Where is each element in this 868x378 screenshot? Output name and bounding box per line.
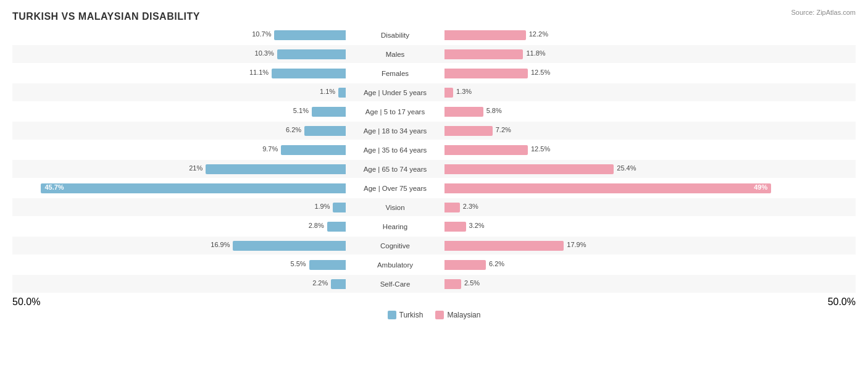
legend-label-malaysian: Malaysian	[447, 311, 480, 319]
val-left: 11.1%	[249, 69, 272, 76]
val-right: 5.8%	[483, 107, 502, 114]
bar-pink: 2.3%	[444, 203, 460, 212]
bar-pink: 1.3%	[444, 88, 453, 98]
bar-blue: 11.1%	[272, 69, 346, 78]
bar-row: 5.5%Ambulatory6.2%	[12, 256, 856, 274]
bar-row: 16.9%Cognitive17.9%	[12, 237, 856, 254]
val-right: 2.3%	[460, 203, 478, 210]
legend: Turkish Malaysian	[12, 311, 856, 319]
bar-blue: 1.1%	[338, 88, 346, 98]
val-right: 7.2%	[493, 126, 511, 133]
bar-row: 1.9%Vision2.3%	[12, 198, 856, 216]
bar-row: 10.3%Males11.8%	[12, 45, 856, 63]
bar-blue: 9.7%	[281, 145, 346, 155]
chart-area: 10.7%Disability12.2%10.3%Males11.8%11.1%…	[12, 26, 856, 293]
legend-label-turkish: Turkish	[399, 311, 424, 319]
bar-pink: 2.5%	[444, 279, 461, 289]
bar-label: Age | 5 to 17 years	[346, 108, 444, 116]
bar-label: Age | Over 75 years	[346, 185, 444, 192]
val-left: 16.9%	[211, 241, 233, 248]
val-left: 5.5%	[291, 260, 309, 267]
val-right: 6.2%	[486, 260, 504, 267]
val-left: 2.8%	[309, 222, 327, 229]
legend-item-malaysian: Malaysian	[435, 311, 480, 319]
bar-blue: 45.7%	[41, 183, 346, 193]
val-right: 1.3%	[453, 88, 472, 95]
bar-blue: 5.5%	[309, 260, 346, 270]
bar-row: 6.2%Age | 18 to 34 years7.2%	[12, 122, 856, 140]
bar-pink: 3.2%	[444, 222, 466, 232]
bar-row: 2.8%Hearing3.2%	[12, 217, 856, 235]
bar-pink: 12.2%	[444, 30, 526, 40]
bar-blue: 1.9%	[333, 203, 346, 212]
val-right: 2.5%	[461, 279, 480, 287]
val-left-inside: 45.7%	[44, 183, 64, 191]
bar-pink: 11.8%	[444, 49, 523, 59]
bar-pink: 17.9%	[444, 241, 564, 251]
chart-title: TURKISH VS MALAYSIAN DISABILITY	[12, 11, 856, 22]
bar-label: Age | 35 to 64 years	[346, 146, 444, 154]
bar-label: Hearing	[346, 223, 444, 230]
val-right: 25.4%	[614, 164, 636, 172]
bar-row: 45.7%Age | Over 75 years49%	[12, 179, 856, 197]
bottom-labels: 50.0% 50.0%	[12, 296, 856, 308]
legend-box-turkish	[388, 311, 396, 319]
bar-blue: 16.9%	[233, 241, 346, 251]
bar-pink: 25.4%	[444, 164, 614, 174]
bar-pink: 7.2%	[444, 126, 493, 136]
bar-label: Disability	[346, 32, 444, 39]
legend-box-malaysian	[435, 311, 444, 319]
bar-label: Males	[346, 51, 444, 58]
val-left: 10.7%	[252, 30, 274, 38]
val-left: 6.2%	[286, 126, 304, 133]
bar-blue: 2.2%	[331, 279, 346, 289]
bar-label: Cognitive	[346, 242, 444, 250]
bar-pink: 12.5%	[444, 145, 528, 155]
bar-pink: 5.8%	[444, 107, 483, 117]
val-left: 2.2%	[312, 279, 331, 287]
bar-row: 9.7%Age | 35 to 64 years12.5%	[12, 141, 856, 159]
bar-row: 21%Age | 65 to 74 years25.4%	[12, 160, 856, 178]
val-left: 10.3%	[255, 49, 277, 57]
val-left: 9.7%	[262, 145, 281, 153]
bar-label: Age | 18 to 34 years	[346, 127, 444, 135]
val-right: 3.2%	[466, 222, 485, 229]
val-left: 1.9%	[314, 203, 333, 210]
val-left: 21%	[189, 164, 206, 172]
val-right-inside: 49%	[754, 183, 767, 191]
chart-container: TURKISH VS MALAYSIAN DISABILITY Source: …	[0, 0, 868, 378]
bar-blue: 5.1%	[312, 107, 346, 117]
bar-label: Vision	[346, 204, 444, 211]
val-left: 1.1%	[320, 88, 338, 95]
bar-row: 2.2%Self-Care2.5%	[12, 275, 856, 293]
left-axis-label: 50.0%	[12, 296, 40, 308]
bar-pink: 49%	[444, 183, 771, 193]
val-right: 12.5%	[528, 145, 550, 153]
bar-label: Females	[346, 70, 444, 77]
val-right: 12.5%	[528, 69, 550, 76]
bar-row: 10.7%Disability12.2%	[12, 26, 856, 44]
bar-blue: 6.2%	[304, 126, 346, 136]
val-left: 5.1%	[293, 107, 312, 114]
bar-label: Age | Under 5 years	[346, 89, 444, 96]
bar-blue: 10.7%	[274, 30, 346, 40]
bar-row: 11.1%Females12.5%	[12, 64, 856, 82]
bar-label: Age | 65 to 74 years	[346, 166, 444, 173]
bar-blue: 2.8%	[327, 222, 346, 232]
bar-blue: 21%	[206, 164, 346, 174]
right-axis-label: 50.0%	[828, 296, 856, 308]
legend-item-turkish: Turkish	[388, 311, 424, 319]
bar-pink: 12.5%	[444, 69, 528, 78]
source-label: Source: ZipAtlas.com	[791, 9, 856, 16]
bar-row: 1.1%Age | Under 5 years1.3%	[12, 83, 856, 101]
val-right: 11.8%	[523, 49, 545, 57]
bar-label: Self-Care	[346, 280, 444, 288]
bar-blue: 10.3%	[277, 49, 346, 59]
val-right: 12.2%	[526, 30, 548, 38]
bar-row: 5.1%Age | 5 to 17 years5.8%	[12, 103, 856, 120]
val-right: 17.9%	[564, 241, 586, 248]
bar-pink: 6.2%	[444, 260, 486, 270]
bar-label: Ambulatory	[346, 261, 444, 269]
